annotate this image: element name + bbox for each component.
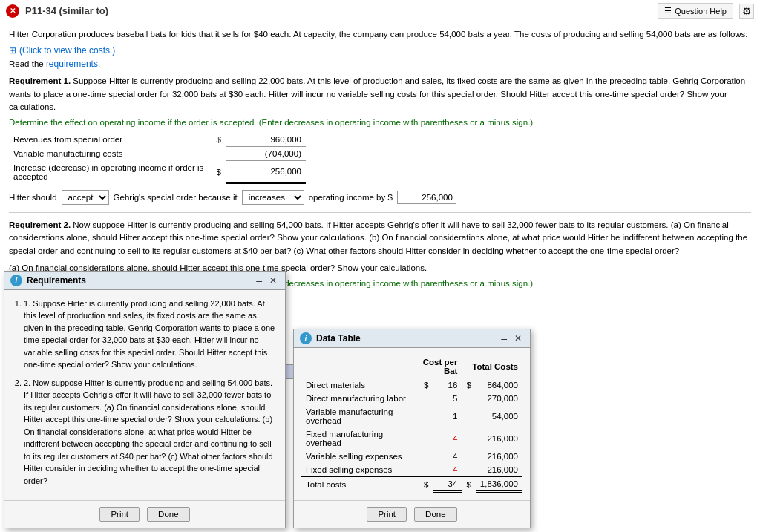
requirement1-text: Requirement 1. Suppose Hitter is current… (9, 75, 751, 114)
cost-col: 34 (433, 477, 462, 492)
question-help-button[interactable]: ☰ Question Help (658, 3, 733, 19)
total-col: 216,000 (476, 427, 522, 450)
minimize-button[interactable]: – (254, 275, 264, 286)
income-amount-input[interactable] (397, 191, 456, 204)
dollar-col-2: $ (462, 378, 475, 393)
read-requirements: Read the requirements. (9, 59, 751, 69)
requirements-modal-header: i Requirements – ✕ (4, 272, 285, 290)
col-cost-per-bat-header: Cost per Bat (412, 355, 462, 378)
header-right: ☰ Question Help ⚙ (658, 3, 754, 19)
cost-col: 4 (433, 427, 462, 450)
cost-col: 4 (433, 450, 462, 463)
cost-col: 16 (433, 378, 462, 393)
cost-table: Cost per Bat Total Costs Direct material… (301, 355, 522, 493)
list-icon: ☰ (664, 6, 672, 16)
row-label: Direct manufacturing labor (301, 392, 412, 405)
total-col: 270,000 (476, 392, 522, 405)
row-label: Variable manufacturing overhead (301, 405, 412, 427)
hitter-should-row: Hitter should accept reject Gehrig's spe… (9, 190, 751, 205)
header-left: ✕ P11-34 (similar to) (6, 4, 108, 18)
requirement-item-1: 1. Suppose Hitter is currently producing… (24, 298, 278, 371)
requirements-modal: i Requirements – ✕ 1. Suppose Hitter is … (4, 271, 286, 529)
data-close-button[interactable]: ✕ (512, 333, 524, 344)
col-total-costs-header: Total Costs (462, 355, 522, 378)
data-minimize-button[interactable]: – (499, 332, 509, 344)
modal-close-button[interactable]: ✕ (267, 275, 279, 286)
data-print-button[interactable]: Print (367, 507, 407, 522)
accept-dropdown[interactable]: accept reject (62, 190, 109, 205)
req1-heading: Requirement 1. (9, 76, 71, 85)
total-amount: 256,000 (226, 161, 306, 183)
cost-col: 1 (433, 405, 462, 427)
table-row: Revenues from special order $ 960,000 (9, 133, 306, 147)
total-col: 54,000 (476, 405, 522, 427)
table-row: Variable manufacturing costs (704,000) (9, 147, 306, 161)
dollar-col-2 (462, 463, 475, 477)
table-row: Fixed manufacturing overhead 4 216,000 (301, 427, 522, 450)
modal-header-left: i Requirements (10, 275, 86, 286)
requirements-done-button[interactable]: Done (147, 507, 190, 522)
hitter-suffix: operating income by $ (309, 193, 393, 202)
data-modal-header-left: i Data Table (300, 332, 361, 344)
info-icon: i (10, 275, 22, 286)
requirements-list: 1. Suppose Hitter is currently producing… (12, 298, 278, 487)
dollar-col (412, 450, 433, 463)
amount-cell: 960,000 (226, 133, 306, 147)
determine-note-1: (Enter decreases in operating income wit… (259, 118, 533, 127)
dollar-col: $ (412, 477, 433, 492)
requirement2-text: Requirement 2. Now suppose Hitter is cur… (9, 219, 751, 257)
dollar-col-2 (462, 405, 475, 427)
data-modal-footer: Print Done (294, 500, 530, 528)
col-label-header (301, 355, 412, 378)
total-label: Total costs (301, 477, 412, 492)
determine-text-1: Determine the effect on operating income… (9, 118, 751, 127)
gear-button[interactable]: ⚙ (739, 4, 754, 19)
dollar-sign: $ (209, 161, 226, 183)
requirements-modal-content: 1. Suppose Hitter is currently producing… (4, 290, 285, 501)
section-divider (9, 212, 751, 213)
requirements-link[interactable]: requirements (46, 59, 98, 69)
intro-text: Hitter Corporation produces baseball bat… (9, 28, 751, 41)
total-table-row: Total costs $ 34 $ 1,836,000 (301, 477, 522, 492)
row-label: Direct materials (301, 378, 412, 393)
dollar-col-2 (462, 450, 475, 463)
total-col: 216,000 (476, 450, 522, 463)
dollar-col (412, 405, 433, 427)
data-modal-title: Data Table (316, 333, 361, 344)
modal-header-right: – ✕ (254, 275, 279, 286)
data-modal-header: i Data Table – ✕ (294, 329, 530, 348)
dollar-col-2: $ (462, 477, 475, 492)
row-label: Revenues from special order (9, 133, 209, 147)
hitter-middle: Gehrig's special order because it (114, 193, 238, 202)
data-modal-header-right: – ✕ (499, 332, 524, 344)
row-label: Fixed manufacturing overhead (301, 427, 412, 450)
total-col: 864,000 (476, 378, 522, 393)
data-modal-content: Cost per Bat Total Costs Direct material… (294, 348, 530, 500)
increases-dropdown[interactable]: increases decreases (242, 190, 304, 205)
dollar-col: $ (412, 378, 433, 393)
table-row: Direct manufacturing labor 5 270,000 (301, 392, 522, 405)
dollar-col-2 (462, 427, 475, 450)
grid-icon: ⊞ (9, 45, 16, 56)
table-row: Direct materials $ 16 $ 864,000 (301, 378, 522, 393)
click-to-view[interactable]: ⊞ (Click to view the costs.) (9, 45, 751, 56)
close-button[interactable]: ✕ (6, 4, 19, 18)
data-done-button[interactable]: Done (414, 507, 457, 522)
table-header-row: Cost per Bat Total Costs (301, 355, 522, 378)
requirements-print-button[interactable]: Print (99, 507, 140, 522)
cost-col: 5 (433, 392, 462, 405)
dollar-sign (209, 147, 226, 161)
modals-area: i Requirements – ✕ 1. Suppose Hitter is … (4, 271, 531, 529)
dollar-col (412, 392, 433, 405)
requirement-item-2: 2. Now suppose Hitter is currently produ… (24, 377, 278, 487)
row-label: Variable manufacturing costs (9, 147, 209, 161)
table-row: Variable manufacturing overhead 1 54,000 (301, 405, 522, 427)
requirements-modal-title: Requirements (27, 275, 86, 286)
dollar-col-2 (462, 392, 475, 405)
total-col: 1,836,000 (476, 477, 522, 492)
data-info-icon: i (300, 332, 312, 344)
row-label: Fixed selling expenses (301, 463, 412, 477)
main-window: ✕ P11-34 (similar to) ☰ Question Help ⚙ … (0, 0, 760, 532)
total-col: 216,000 (476, 463, 522, 477)
dollar-sign: $ (209, 133, 226, 147)
